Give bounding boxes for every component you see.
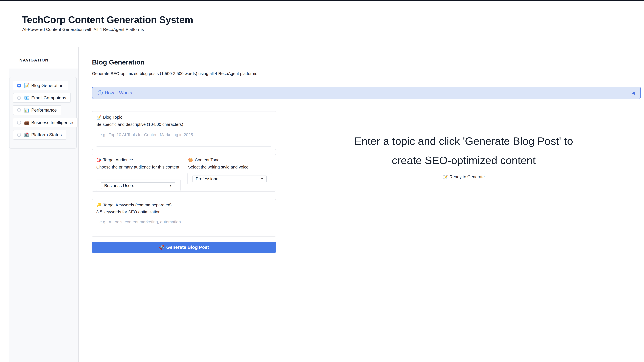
- chevron-down-icon: ▼: [169, 184, 172, 187]
- blog-topic-input[interactable]: [96, 130, 272, 146]
- content-tone-label-row: 🎨 Content Tone: [188, 158, 220, 162]
- audience-select[interactable]: Business Users ▼: [101, 182, 175, 189]
- ready-status-label: Ready to Generate: [450, 175, 485, 179]
- palette-icon: 🎨: [188, 158, 193, 162]
- sidebar-main-divider: [78, 47, 79, 362]
- bar-chart-icon: 📊: [24, 108, 30, 112]
- audience-select-value: Business Users: [104, 183, 134, 188]
- sidebar-divider: [12, 66, 75, 66]
- app-subtitle: AI-Powered Content Generation with All 4…: [22, 27, 144, 32]
- page-title: Blog Generation: [92, 58, 144, 66]
- target-audience-help: Choose the primary audience for this con…: [96, 164, 180, 171]
- radio-unselected-icon[interactable]: [17, 108, 21, 112]
- blog-topic-group: 📝 Blog Topic Be specific and descriptive…: [92, 111, 276, 150]
- sidebar-item-blog-generation[interactable]: 📝 Blog Generation: [13, 81, 68, 90]
- header-divider: [13, 40, 640, 40]
- blog-topic-label-row: 📝 Blog Topic: [96, 115, 122, 120]
- keywords-group: 🔑 Target Keywords (comma-separated) 3-5 …: [92, 199, 276, 237]
- sidebar-item-label: Platform Status: [31, 132, 62, 137]
- sidebar-item-performance[interactable]: 📊 Performance: [13, 105, 62, 115]
- tone-select[interactable]: Professional ▼: [192, 176, 267, 182]
- keywords-label: Target Keywords (comma-separated): [103, 203, 172, 207]
- how-it-works-expander[interactable]: ⓘ How It Works ◀: [92, 87, 641, 99]
- app-title: TechCorp Content Generation System: [22, 14, 193, 25]
- sidebar-item-platform-status[interactable]: 🏥 Platform Status: [13, 130, 66, 140]
- radio-unselected-icon[interactable]: [17, 133, 21, 137]
- radio-selected-icon[interactable]: [17, 84, 21, 87]
- sidebar-item-label: Blog Generation: [31, 83, 64, 88]
- generate-blog-post-button[interactable]: 🚀 Generate Blog Post: [92, 242, 276, 253]
- keywords-input[interactable]: [96, 217, 272, 234]
- expander-label: How It Works: [105, 90, 132, 95]
- keywords-help: 3-5 keywords for SEO optimization: [96, 208, 160, 215]
- window-top-edge: [0, 0, 644, 0]
- collapse-arrow-icon[interactable]: ◀: [632, 91, 635, 95]
- hospital-icon: 🏥: [24, 133, 30, 137]
- email-icon: 📧: [24, 96, 30, 100]
- radio-unselected-icon[interactable]: [17, 121, 21, 125]
- audience-select-container: Business Users ▼: [96, 180, 180, 191]
- tone-select-container: Professional ▼: [188, 173, 272, 184]
- result-placeholder-headline: Enter a topic and click 'Generate Blog P…: [298, 131, 629, 170]
- keywords-label-row: 🔑 Target Keywords (comma-separated): [96, 203, 172, 207]
- sidebar-caption: NAVIGATION: [20, 58, 48, 62]
- radio-unselected-icon[interactable]: [17, 96, 21, 100]
- memo-icon: 📝: [24, 83, 30, 88]
- memo-icon: 📝: [96, 115, 101, 119]
- key-icon: 🔑: [96, 203, 101, 207]
- content-tone-help: Select the writing style and voice: [188, 164, 248, 171]
- sidebar-item-label: Business Intelligence: [31, 120, 73, 125]
- memo-icon: 📝: [443, 175, 448, 179]
- tone-select-value: Professional: [196, 176, 219, 181]
- generate-button-label: Generate Blog Post: [166, 245, 209, 250]
- chevron-down-icon: ▼: [260, 177, 264, 180]
- blog-topic-label: Blog Topic: [103, 115, 122, 120]
- sidebar-item-label: Performance: [31, 108, 57, 113]
- briefcase-icon: 💼: [24, 120, 30, 125]
- rocket-icon: 🚀: [159, 245, 164, 250]
- target-icon: 🎯: [96, 158, 101, 162]
- target-audience-label: Target Audience: [103, 158, 133, 162]
- info-icon: ⓘ: [98, 90, 103, 95]
- blog-topic-help: Be specific and descriptive (10-500 char…: [96, 121, 183, 128]
- sidebar-item-business-intelligence[interactable]: 💼 Business Intelligence: [13, 118, 78, 127]
- audience-tone-group: 🎯 Target Audience Choose the primary aud…: [92, 154, 276, 192]
- page-subtitle: Generate SEO-optimized blog posts (1,500…: [92, 71, 257, 76]
- content-tone-label: Content Tone: [195, 158, 220, 162]
- sidebar-item-label: Email Campaigns: [31, 95, 66, 100]
- sidebar-item-email-campaigns[interactable]: 📧 Email Campaigns: [13, 93, 71, 103]
- ready-status: 📝 Ready to Generate: [298, 175, 629, 179]
- target-audience-label-row: 🎯 Target Audience: [96, 158, 133, 162]
